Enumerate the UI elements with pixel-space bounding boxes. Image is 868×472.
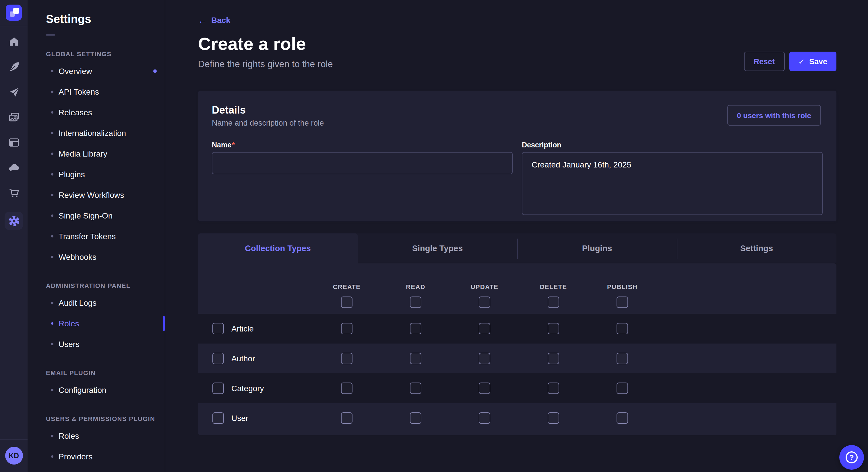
select-all-delete-checkbox[interactable]	[548, 296, 559, 308]
perm-user-publish-checkbox[interactable]	[617, 412, 628, 424]
subnav-item-providers[interactable]: Providers	[46, 446, 158, 467]
row-author-checkbox[interactable]	[212, 353, 224, 364]
perm-category-delete-checkbox[interactable]	[548, 382, 559, 394]
subnav-item-audit-logs[interactable]: Audit Logs	[46, 293, 158, 313]
description-textarea[interactable]	[522, 152, 823, 215]
avatar[interactable]: KD	[5, 447, 23, 465]
subnav-item-label: Releases	[59, 108, 158, 117]
bullet-icon	[51, 132, 53, 134]
reset-button[interactable]: Reset	[744, 52, 785, 71]
perm-user-update-checkbox[interactable]	[479, 412, 490, 424]
tab-collection-types[interactable]: Collection Types	[198, 233, 358, 263]
tab-label: Single Types	[412, 244, 463, 253]
perm-category-create-checkbox[interactable]	[341, 382, 352, 394]
strapi-logo-icon[interactable]	[6, 5, 22, 21]
subnav-item-users[interactable]: Users	[46, 334, 158, 355]
bullet-icon	[51, 70, 53, 72]
tab-plugins[interactable]: Plugins	[517, 233, 677, 263]
perm-user-create-checkbox[interactable]	[341, 412, 352, 424]
row-category-checkbox[interactable]	[212, 382, 224, 394]
perm-author-delete-checkbox[interactable]	[548, 353, 559, 364]
subnav-item-releases[interactable]: Releases	[46, 102, 158, 123]
subnav-item-webhooks[interactable]: Webhooks	[46, 247, 158, 267]
select-all-read-checkbox[interactable]	[410, 296, 422, 308]
perm-author-create-checkbox[interactable]	[341, 353, 352, 364]
subnav-item-configuration[interactable]: Configuration	[46, 380, 158, 400]
row-user-checkbox[interactable]	[212, 412, 224, 424]
help-button[interactable]: ?	[839, 445, 864, 470]
subnav-item-plugins[interactable]: Plugins	[46, 164, 158, 185]
column-header-publish: PUBLISH	[588, 283, 657, 290]
perm-article-delete-checkbox[interactable]	[548, 323, 559, 334]
subnav-item-internationalization[interactable]: Internationalization	[46, 123, 158, 143]
subnav-item-label: Audit Logs	[59, 298, 158, 307]
subnav-item-review-workflows[interactable]: Review Workflows	[46, 185, 158, 205]
perm-article-read-checkbox[interactable]	[410, 323, 422, 334]
paper-plane-icon[interactable]	[7, 86, 20, 98]
perm-user-delete-checkbox[interactable]	[548, 412, 559, 424]
subnav-sections: GLOBAL SETTINGSOverviewAPI TokensRelease…	[46, 50, 158, 467]
subnav-item-single-sign-on[interactable]: Single Sign-On	[46, 205, 158, 226]
question-mark-icon: ?	[846, 451, 858, 463]
subnav-item-label: Overview	[59, 67, 153, 76]
subnav-section-administration-panel: ADMINISTRATION PANELAudit LogsRolesUsers	[46, 282, 158, 355]
permission-row-category: Category	[198, 373, 836, 403]
permission-row-author: Author	[198, 343, 836, 373]
users-with-role-button[interactable]: 0 users with this role	[727, 105, 821, 126]
row-article-checkbox[interactable]	[212, 323, 224, 334]
back-link[interactable]: ← Back	[198, 15, 230, 25]
perm-user-read-checkbox[interactable]	[410, 412, 422, 424]
home-icon[interactable]	[7, 35, 20, 47]
subnav-section-users-permissions-plugin: USERS & PERMISSIONS PLUGINRolesProviders	[46, 415, 158, 467]
media-icon[interactable]	[7, 111, 20, 123]
description-label: Description	[522, 141, 561, 149]
subnav-item-label: API Tokens	[59, 87, 158, 96]
subnav-item-api-tokens[interactable]: API Tokens	[46, 81, 158, 102]
perm-article-create-checkbox[interactable]	[341, 323, 352, 334]
perm-author-read-checkbox[interactable]	[410, 353, 422, 364]
bullet-icon	[51, 322, 53, 325]
select-all-publish-checkbox[interactable]	[617, 296, 628, 308]
subnav-item-roles[interactable]: Roles	[46, 426, 158, 446]
save-button[interactable]: ✓ Save	[789, 52, 836, 71]
subnav-item-label: Roles	[59, 319, 158, 328]
subnav-item-media-library[interactable]: Media Library	[46, 143, 158, 164]
bullet-icon	[51, 256, 53, 258]
page-subtitle: Define the rights given to the role	[198, 59, 836, 69]
perm-category-update-checkbox[interactable]	[479, 382, 490, 394]
bullet-icon	[51, 435, 53, 437]
header-actions: Reset ✓ Save	[744, 52, 836, 71]
select-all-create-checkbox[interactable]	[341, 296, 352, 308]
name-field-group: Name*	[212, 139, 513, 217]
perm-article-publish-checkbox[interactable]	[617, 323, 628, 334]
subnav-item-label: Internationalization	[59, 129, 158, 138]
select-all-update-checkbox[interactable]	[479, 296, 490, 308]
tab-single-types[interactable]: Single Types	[358, 233, 517, 263]
tab-settings[interactable]: Settings	[677, 233, 836, 263]
bullet-icon	[51, 302, 53, 304]
cloud-icon[interactable]	[7, 161, 20, 174]
name-input[interactable]	[212, 152, 513, 174]
perm-category-publish-checkbox[interactable]	[617, 382, 628, 394]
check-icon: ✓	[798, 57, 805, 66]
perm-article-update-checkbox[interactable]	[479, 323, 490, 334]
subnav-item-roles[interactable]: Roles	[46, 313, 158, 334]
notification-dot	[153, 69, 157, 73]
back-arrow-icon: ←	[198, 16, 207, 24]
cart-icon[interactable]	[7, 187, 20, 199]
subnav-item-transfer-tokens[interactable]: Transfer Tokens	[46, 226, 158, 247]
active-indicator-bar	[163, 316, 165, 331]
row-name: Author	[231, 354, 255, 363]
perm-category-read-checkbox[interactable]	[410, 382, 422, 394]
layout-icon[interactable]	[7, 136, 20, 148]
required-mark: *	[232, 141, 235, 149]
perm-author-publish-checkbox[interactable]	[617, 353, 628, 364]
app-window: KD Settings GLOBAL SETTINGSOverviewAPI T…	[0, 0, 868, 472]
perm-author-update-checkbox[interactable]	[479, 353, 490, 364]
feather-icon[interactable]	[7, 60, 20, 73]
gear-icon[interactable]	[5, 212, 23, 230]
subnav-item-overview[interactable]: Overview	[46, 61, 158, 81]
main-content: ← Back Create a role Define the rights g…	[165, 0, 868, 472]
row-label-cell: Category	[198, 382, 312, 394]
page-title: Create a role	[198, 34, 836, 55]
